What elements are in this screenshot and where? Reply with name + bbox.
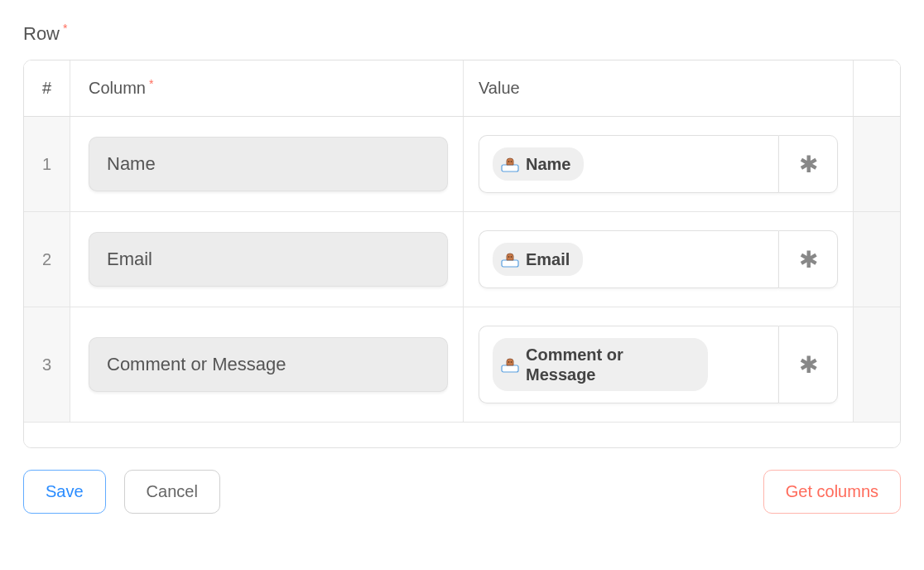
svg-point-1 [508, 161, 510, 162]
value-chip[interactable]: Email [493, 243, 583, 276]
chip-text: Email [526, 249, 570, 269]
table-row: 2 Email [24, 212, 900, 307]
expand-button[interactable]: ✱ [778, 326, 838, 403]
asterisk-icon: ✱ [799, 351, 818, 379]
asterisk-icon: ✱ [799, 246, 818, 273]
form-field-icon [501, 356, 519, 373]
svg-rect-0 [502, 165, 518, 171]
header-num: # [24, 60, 70, 116]
row-end [854, 307, 900, 422]
required-asterisk: * [149, 77, 153, 90]
form-field-icon [501, 251, 519, 268]
cancel-button[interactable]: Cancel [124, 470, 220, 514]
header-column-text: Column [89, 79, 146, 98]
get-columns-button[interactable]: Get columns [763, 470, 901, 514]
table-header-row: # Column * Value [24, 60, 900, 117]
svg-point-5 [511, 256, 513, 258]
value-input[interactable]: Email [479, 230, 778, 288]
table-footer-space [24, 423, 900, 447]
svg-point-2 [511, 161, 513, 162]
chip-text: Name [526, 154, 570, 174]
header-end [854, 60, 900, 116]
row-table: # Column * Value 1 [23, 60, 901, 448]
svg-point-7 [508, 361, 510, 363]
header-column: Column * [70, 60, 464, 116]
section-label: Row * [23, 23, 901, 45]
value-chip[interactable]: Name [493, 147, 584, 181]
row-end [854, 212, 900, 307]
svg-point-8 [511, 361, 513, 363]
table-row: 3 Comment or Me [24, 307, 900, 423]
column-input[interactable] [89, 137, 448, 191]
required-asterisk: * [63, 22, 67, 35]
section-label-text: Row [23, 23, 60, 45]
value-input[interactable]: Name [479, 135, 778, 193]
row-num: 2 [24, 212, 70, 307]
svg-rect-3 [502, 260, 518, 267]
column-input[interactable] [89, 337, 448, 392]
expand-button[interactable]: ✱ [778, 230, 838, 288]
value-input[interactable]: Comment or Message [479, 326, 778, 403]
value-chip[interactable]: Comment or Message [493, 338, 708, 391]
row-end [854, 117, 900, 211]
svg-rect-6 [502, 365, 518, 372]
chip-text: Comment or Message [526, 345, 695, 384]
row-num: 1 [24, 117, 70, 211]
column-input[interactable] [89, 232, 448, 287]
form-field-icon [501, 156, 519, 172]
row-num: 3 [24, 307, 70, 422]
footer-buttons: Save Cancel Get columns [23, 470, 901, 514]
save-button[interactable]: Save [23, 470, 106, 514]
header-value: Value [464, 60, 854, 116]
table-row: 1 Name [24, 117, 900, 212]
svg-point-4 [508, 256, 510, 258]
expand-button[interactable]: ✱ [778, 135, 838, 193]
asterisk-icon: ✱ [799, 151, 818, 178]
